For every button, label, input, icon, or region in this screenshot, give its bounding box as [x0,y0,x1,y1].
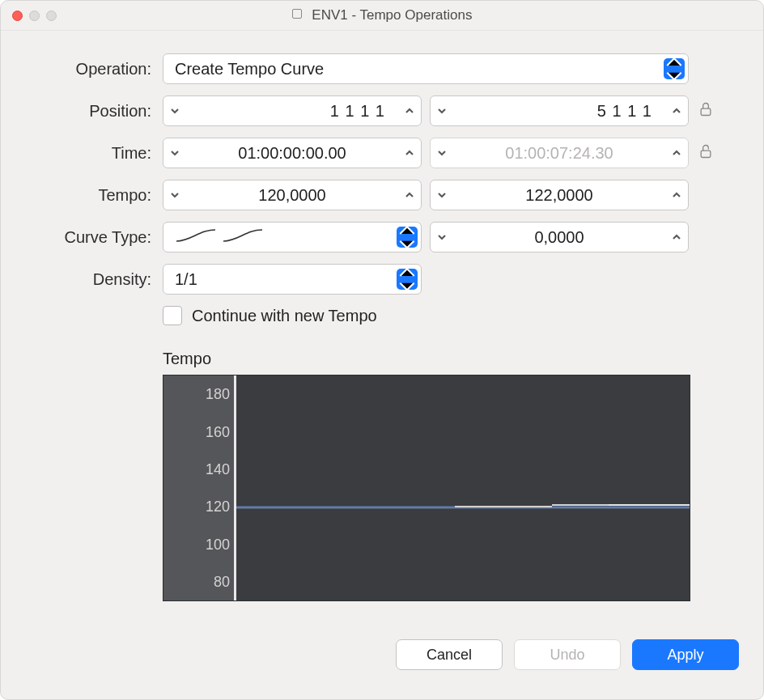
curve-param-value: 0,0000 [453,228,665,247]
document-icon [292,9,302,19]
operation-select[interactable]: Create Tempo Curve [163,53,689,84]
time-start-value: 01:00:00:00.00 [186,144,398,163]
tempo-start-value: 120,0000 [186,186,398,205]
operation-label: Operation: [25,60,155,78]
position-lock-icon[interactable] [697,101,715,121]
position-end-increment[interactable] [665,96,688,125]
time-start-decrement[interactable] [163,138,186,168]
position-start-field[interactable]: 1 1 1 1 [163,95,422,126]
tempo-graph-axis: 18016014012010080 [163,375,236,600]
time-end-decrement [431,138,453,168]
operation-value: Create Tempo Curve [163,60,664,78]
checkbox-box-icon [163,306,182,325]
svg-rect-1 [701,151,711,157]
traffic-lights [12,11,57,21]
tempo-end-field[interactable]: 122,0000 [430,180,689,210]
position-start-value: 1 1 1 1 [186,102,398,121]
window-title: ENV1 - Tempo Operations [1,7,763,23]
density-label: Density: [25,270,155,289]
position-end-value: 5 1 1 1 [453,102,665,121]
density-dropdown-icon [397,269,418,290]
time-end-field: 01:00:07:24.30 [430,138,689,168]
cancel-button[interactable]: Cancel [396,639,503,670]
curve-type-label: Curve Type: [25,228,155,247]
curve-param-increment[interactable] [665,223,688,252]
time-start-field[interactable]: 01:00:00:00.00 [163,138,422,168]
density-value: 1/1 [163,270,397,289]
tempo-graph[interactable]: 18016014012010080 [163,375,690,601]
position-start-decrement[interactable] [163,96,186,125]
time-lock-icon[interactable] [697,143,715,163]
undo-button: Undo [514,639,621,670]
curve-param-field[interactable]: 0,0000 [430,222,689,252]
tempo-axis-tick: 160 [206,423,230,440]
position-start-increment[interactable] [398,96,421,125]
time-end-value: 01:00:07:24.30 [453,144,665,163]
operation-dropdown-icon [664,58,685,79]
svg-rect-0 [701,108,711,115]
tempo-axis-tick: 140 [206,460,230,477]
tempo-axis-tick: 120 [206,498,230,515]
tempo-end-value: 122,0000 [453,186,665,205]
tempo-graph-segment [455,506,552,507]
tempo-start-field[interactable]: 120,0000 [163,180,422,210]
tempo-graph-playhead [234,375,236,600]
tempo-axis-tick: 180 [206,386,230,403]
position-end-decrement[interactable] [431,96,453,125]
position-label: Position: [25,102,155,121]
density-select[interactable]: 1/1 [163,264,422,295]
time-label: Time: [25,144,155,163]
tempo-label: Tempo: [25,186,155,205]
zoom-window-button[interactable] [46,11,57,21]
tempo-end-increment[interactable] [665,180,688,210]
close-window-button[interactable] [12,11,23,21]
continue-new-tempo-checkbox[interactable]: Continue with new Tempo [163,306,689,325]
tempo-axis-tick: 100 [206,536,230,553]
tempo-graph-segment [552,504,609,506]
window-title-text: ENV1 - Tempo Operations [312,7,472,23]
position-end-field[interactable]: 5 1 1 1 [430,95,689,126]
time-end-increment [665,138,688,168]
curve-type-dropdown-icon [397,227,418,248]
tempo-graph-segment [609,504,690,506]
tempo-axis-tick: 80 [214,573,230,590]
curve-type-glyph-icon [163,227,397,248]
curve-param-decrement[interactable] [431,223,453,252]
tempo-end-decrement[interactable] [431,180,453,210]
apply-button[interactable]: Apply [632,639,739,670]
tempo-operations-window: ENV1 - Tempo Operations Operation: Creat… [0,0,764,700]
curve-type-select[interactable] [163,222,422,252]
time-start-increment[interactable] [398,138,421,168]
continue-new-tempo-label: Continue with new Tempo [192,307,377,325]
titlebar: ENV1 - Tempo Operations [1,1,763,31]
tempo-start-increment[interactable] [398,180,421,210]
tempo-graph-title: Tempo [163,350,739,368]
tempo-start-decrement[interactable] [163,180,186,210]
minimize-window-button[interactable] [29,11,40,21]
